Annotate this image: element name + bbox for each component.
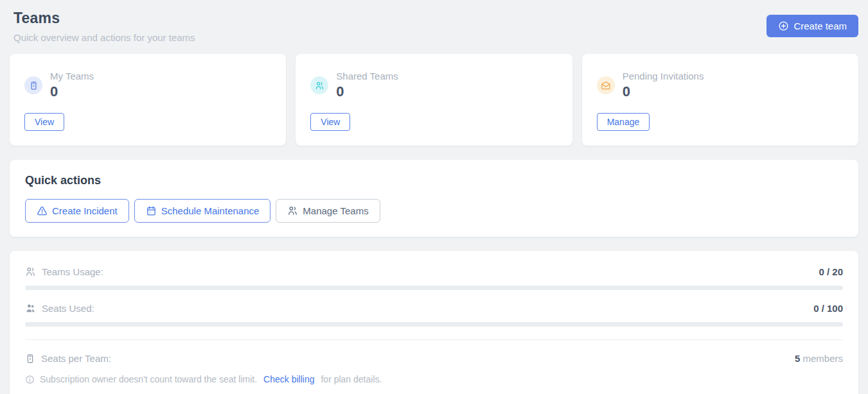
check-billing-link[interactable]: Check billing	[263, 374, 314, 384]
stat-count: 0	[50, 83, 94, 100]
stat-count: 0	[336, 83, 398, 100]
teams-page: Teams Quick overview and actions for you…	[0, 0, 868, 394]
users-icon	[287, 205, 298, 216]
stat-label: My Teams	[50, 71, 94, 81]
page-subtitle: Quick overview and actions for your team…	[13, 32, 195, 43]
stat-count: 0	[623, 83, 704, 100]
schedule-maintenance-label: Schedule Maintenance	[161, 205, 260, 216]
seats-used-label: Seats Used:	[42, 303, 94, 314]
quick-actions-panel: Quick actions Create Incident Schedule M…	[10, 160, 858, 237]
seats-used-value: 0 / 100	[813, 303, 843, 314]
shared-teams-view-button[interactable]: View	[310, 113, 350, 131]
pending-invitations-card: Pending Invitations 0 Manage	[582, 54, 858, 146]
usage-divider	[25, 339, 843, 340]
schedule-maintenance-button[interactable]: Schedule Maintenance	[134, 199, 271, 223]
id-badge-icon	[24, 76, 42, 94]
page-header: Teams Quick overview and actions for you…	[10, 10, 858, 43]
teams-usage-progressbar	[25, 286, 843, 290]
my-teams-card: My Teams 0 View	[10, 54, 286, 146]
shared-teams-card: Shared Teams 0 View	[296, 54, 572, 146]
manage-teams-button[interactable]: Manage Teams	[276, 199, 380, 223]
stat-cards-row: My Teams 0 View Shared Teams 0 View	[10, 54, 858, 146]
teams-usage-label: Teams Usage:	[42, 266, 103, 277]
seats-per-team-value: 5 members	[795, 353, 843, 364]
my-teams-view-button[interactable]: View	[24, 113, 64, 131]
users-icon	[25, 266, 36, 277]
seats-used-row: Seats Used: 0 / 100	[25, 303, 843, 314]
stat-label: Pending Invitations	[623, 71, 704, 81]
plus-circle-icon	[778, 21, 789, 31]
header-text: Teams Quick overview and actions for you…	[13, 10, 195, 43]
manage-teams-label: Manage Teams	[303, 205, 368, 216]
create-team-label: Create team	[793, 21, 847, 31]
users-filled-icon	[25, 303, 36, 314]
stat-label: Shared Teams	[336, 71, 398, 81]
create-team-button[interactable]: Create team	[766, 15, 858, 37]
seats-per-team-label: Seats per Team:	[41, 353, 111, 364]
alert-triangle-icon	[37, 205, 48, 216]
usage-panel: Teams Usage: 0 / 20 Seats Used: 0 / 100	[10, 251, 858, 394]
note-text: Subscription owner doesn't count toward …	[40, 374, 257, 384]
seats-per-team-row: Seats per Team: 5 members	[25, 353, 843, 364]
teams-usage-row: Teams Usage: 0 / 20	[25, 266, 843, 277]
quick-actions-buttons: Create Incident Schedule Maintenance Man…	[25, 199, 843, 223]
create-incident-label: Create Incident	[52, 205, 118, 216]
create-incident-button[interactable]: Create Incident	[25, 199, 129, 223]
quick-actions-title: Quick actions	[25, 174, 843, 187]
id-badge-icon	[25, 354, 35, 364]
note-suffix: for plan details.	[321, 374, 382, 384]
page-title: Teams	[13, 10, 195, 27]
seats-used-progressbar	[25, 322, 843, 327]
seat-limit-note: Subscription owner doesn't count toward …	[25, 374, 843, 384]
users-icon	[310, 76, 328, 94]
pending-invitations-manage-button[interactable]: Manage	[597, 113, 650, 131]
info-circle-icon	[25, 375, 35, 384]
calendar-icon	[146, 205, 157, 216]
mail-open-icon	[597, 76, 615, 94]
teams-usage-value: 0 / 20	[819, 266, 843, 277]
